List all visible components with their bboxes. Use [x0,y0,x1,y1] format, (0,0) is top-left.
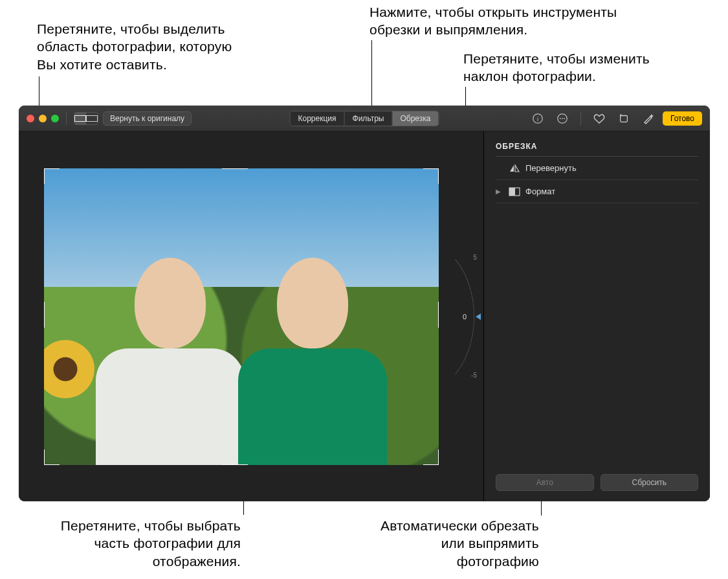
crop-handle-top[interactable] [222,168,248,169]
aspect-icon [509,187,519,196]
tilt-dial[interactable]: 5 0 -5 [448,242,478,391]
tab-adjust[interactable]: Коррекция [291,111,345,126]
crop-handle-bottom[interactable] [222,464,248,465]
dial-pointer-icon[interactable] [476,313,481,320]
crop-handle-tr[interactable] [423,168,439,184]
aspect-label: Формат [525,187,555,196]
dial-tick: 5 [473,254,477,261]
photo-canvas: 5 0 -5 [19,131,483,501]
photo-subject [102,245,238,465]
tab-crop[interactable]: Обрезка [392,111,438,126]
photo-subject [245,245,381,465]
flip-label: Перевернуть [525,163,577,173]
svg-rect-6 [621,115,628,122]
panel-title: ОБРЕЗКА [496,142,698,157]
enhance-icon[interactable] [642,112,655,125]
auto-button[interactable]: Авто [496,474,594,491]
svg-point-4 [562,118,563,119]
crop-panel: ОБРЕЗКА Перевернуть ▶ Формат Авто Сброси… [483,131,710,501]
flip-row[interactable]: Перевернуть [496,157,698,180]
aspect-row[interactable]: ▶ Формат [496,180,698,203]
toolbar-right: i Готово [531,111,702,126]
crop-frame[interactable] [44,168,439,465]
rotate-icon[interactable] [617,112,630,125]
edit-tabs: Коррекция Фильтры Обрезка [290,111,439,126]
minimize-icon[interactable] [39,115,47,122]
crop-handle-right[interactable] [438,302,439,328]
callout-drag-part: Перетяните, чтобы выбрать часть фотограф… [40,517,241,570]
svg-point-5 [564,118,565,119]
svg-point-3 [560,118,561,119]
divider [66,112,67,125]
crop-handle-br[interactable] [423,449,439,465]
tab-filters[interactable]: Фильтры [345,111,393,126]
dial-tick: -5 [471,372,477,379]
dial-value: 0 [463,313,467,321]
crop-handle-bl[interactable] [44,449,60,465]
revert-button[interactable]: Вернуть к оригиналу [103,111,192,126]
panel-footer: Авто Сбросить [496,474,698,491]
callout-auto: Автоматически обрезать или выпрямить фот… [358,517,539,570]
chevron-right-icon: ▶ [496,188,501,195]
crop-handle-left[interactable] [44,302,45,328]
app-window: Вернуть к оригиналу Коррекция Фильтры Об… [19,106,710,501]
zoom-icon[interactable] [51,115,59,122]
done-button[interactable]: Готово [663,111,702,126]
reset-button[interactable]: Сбросить [601,474,699,491]
callout-drag-select: Перетяните, чтобы выделить область фотог… [37,20,244,73]
favorite-icon[interactable] [593,112,606,125]
flip-icon [509,164,519,173]
view-toggle[interactable] [74,112,98,125]
callout-tilt: Перетяните, чтобы изменить наклон фотогр… [463,50,677,85]
more-icon[interactable] [556,112,569,125]
close-icon[interactable] [27,115,34,122]
content-area: 5 0 -5 ОБРЕЗКА Перевернуть ▶ Формат [19,131,710,501]
traffic-lights [27,115,59,122]
crop-handle-tl[interactable] [44,168,60,184]
title-bar: Вернуть к оригиналу Коррекция Фильтры Об… [19,106,710,131]
info-icon[interactable]: i [531,112,544,125]
svg-rect-8 [509,188,515,196]
svg-text:i: i [537,115,538,122]
callout-crop-tools: Нажмите, чтобы открыть инструменты обрез… [370,3,648,39]
